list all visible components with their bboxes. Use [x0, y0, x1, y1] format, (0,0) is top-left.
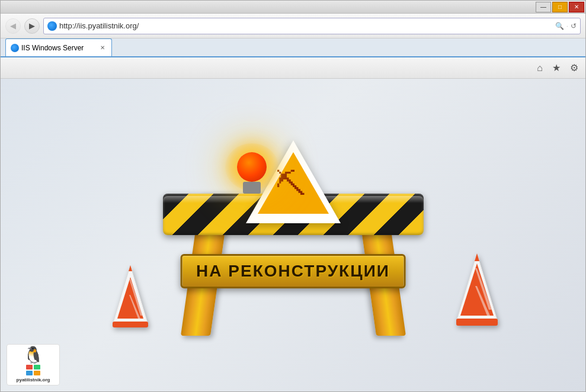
browser-toolbar: ⌂ ★ ⚙	[1, 57, 585, 79]
url-input[interactable]	[59, 21, 553, 30]
siren-base	[243, 182, 261, 194]
penguin-icon: 🐧	[23, 347, 44, 364]
siren-light	[237, 152, 267, 182]
traffic-cone-right	[453, 250, 501, 330]
minimize-button[interactable]: —	[536, 2, 551, 12]
maximize-button[interactable]: □	[552, 2, 568, 12]
cone-right-svg	[453, 250, 501, 327]
page-content: ⛏ НА РЕКОНСТРУКЦИИ	[1, 79, 585, 391]
site-logo: 🐧 pyatilistnik.org	[7, 344, 60, 385]
search-icon[interactable]: 🔍	[555, 22, 564, 30]
cone-left-svg	[110, 262, 151, 327]
win-sq-green	[34, 365, 40, 369]
navigation-bar: ◀ ▶ 🔍 · ↺	[1, 14, 585, 38]
favorites-button[interactable]: ★	[552, 62, 561, 73]
win-sq-red	[26, 365, 33, 369]
address-bar[interactable]: 🔍 · ↺	[43, 18, 581, 34]
back-button[interactable]: ◀	[5, 18, 21, 34]
tab-close-button[interactable]: ✕	[98, 44, 107, 52]
svg-rect-3	[113, 322, 148, 327]
win-sq-blue	[26, 371, 33, 375]
windows-logo	[26, 365, 40, 375]
settings-button[interactable]: ⚙	[570, 62, 578, 73]
svg-marker-2	[129, 265, 132, 271]
forward-button[interactable]: ▶	[24, 18, 40, 34]
svg-rect-9	[456, 319, 498, 326]
construction-scene: ⛏ НА РЕКОНСТРУКЦИИ	[86, 87, 501, 383]
svg-marker-8	[475, 253, 479, 261]
separator: ·	[566, 22, 568, 30]
tab-iis-windows-server[interactable]: IIS Windows Server ✕	[5, 38, 112, 56]
address-actions: 🔍 · ↺	[555, 22, 577, 30]
title-bar-controls: — □ ✕	[536, 2, 584, 12]
logo-text: pyatilistnik.org	[17, 377, 50, 383]
refresh-icon[interactable]: ↺	[571, 22, 577, 30]
ie-logo-icon	[47, 21, 57, 31]
siren-lamp	[237, 152, 267, 194]
title-bar: — □ ✕	[1, 1, 585, 14]
construction-barrier: ⛏ НА РЕКОНСТРУКЦИИ	[145, 123, 441, 336]
tab-label: IIS Windows Server	[21, 44, 84, 52]
tab-favicon	[11, 44, 19, 52]
sign-text: НА РЕКОНСТРУКЦИИ	[196, 262, 390, 280]
browser-window: — □ ✕ ◀ ▶ 🔍 · ↺ IIS Windows Server ✕ ⌂ ★	[0, 0, 586, 392]
reconstruction-sign: НА РЕКОНСТРУКЦИИ	[180, 254, 406, 288]
close-button[interactable]: ✕	[569, 2, 584, 12]
traffic-cone-left	[110, 262, 151, 330]
tab-bar: IIS Windows Server ✕	[1, 38, 585, 57]
worker-figure-icon: ⛏	[276, 169, 306, 200]
home-button[interactable]: ⌂	[537, 63, 543, 73]
win-sq-yellow	[34, 371, 40, 375]
